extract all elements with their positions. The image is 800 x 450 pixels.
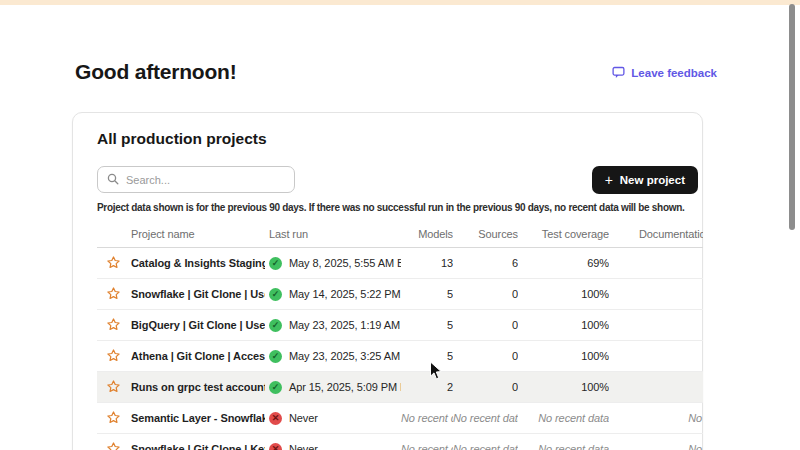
last-run-text: Never [289,412,318,424]
table-row[interactable]: Snowflake | Git Clone | Use... ✓ May 14,… [97,279,703,310]
projects-table-viewport: Project name Last run Models Sources Tes… [97,221,703,450]
production-projects-card: All production projects + New project Pr… [72,112,703,450]
run-success-icon: ✓ [269,350,282,363]
projects-table: Project name Last run Models Sources Tes… [97,221,703,450]
favorite-star-icon[interactable] [105,316,121,332]
favorite-star-icon[interactable] [105,409,121,425]
sources-cell: 0 [453,372,518,403]
last-run-text: May 14, 2025, 5:22 PM BST [289,288,401,300]
test-coverage-cell: 100% [518,310,609,341]
project-search[interactable] [97,166,295,193]
header-doc-coverage[interactable]: Documentation coverage [609,221,703,248]
doc-coverage-cell [609,372,703,403]
search-input[interactable] [126,174,285,186]
table-row[interactable]: Catalog & Insights Staging... ✓ May 8, 2… [97,248,703,279]
last-run-text: May 23, 2025, 3:25 AM BST [289,350,401,362]
table-row[interactable]: Athena | Git Clone | Acces... ✓ May 23, … [97,341,703,372]
favorite-star-icon[interactable] [105,254,121,270]
feedback-label: Leave feedback [631,67,717,79]
favorite-star-icon[interactable] [105,440,121,450]
test-coverage-cell: No recent data [518,403,609,434]
run-success-icon: ✓ [269,381,282,394]
new-project-button[interactable]: + New project [592,166,698,194]
header-last-run[interactable]: Last run [265,221,401,248]
header-test-coverage[interactable]: Test coverage [518,221,609,248]
models-cell: 5 [401,341,453,372]
page-scrollbar-thumb[interactable] [789,4,795,230]
doc-coverage-cell: No recent data [609,434,703,450]
project-name-link[interactable]: Semantic Layer - Snowflake [131,412,265,424]
test-coverage-cell: 100% [518,279,609,310]
models-cell: 5 [401,310,453,341]
leave-feedback-link[interactable]: Leave feedback [612,66,717,79]
models-cell: No recent data [401,403,453,434]
projects-table-body: Catalog & Insights Staging... ✓ May 8, 2… [97,248,703,450]
search-icon [107,171,119,189]
doc-coverage-cell: No recent data [609,403,703,434]
sources-cell: No recent data [453,434,518,450]
sources-cell: 0 [453,341,518,372]
test-coverage-cell: 100% [518,372,609,403]
header-star [97,221,131,248]
doc-coverage-cell [609,248,703,279]
table-header-row: Project name Last run Models Sources Tes… [97,221,703,248]
doc-coverage-cell [609,310,703,341]
project-name-link[interactable]: Snowflake | Git Clone | Key... [131,443,265,450]
test-coverage-cell: 100% [518,341,609,372]
project-name-link[interactable]: BigQuery | Git Clone | User... [131,319,265,331]
top-accent-bar [0,0,800,5]
last-run-text: Never [289,443,318,450]
models-cell: 5 [401,279,453,310]
test-coverage-cell: 69% [518,248,609,279]
sources-cell: 6 [453,248,518,279]
table-row[interactable]: BigQuery | Git Clone | User... ✓ May 23,… [97,310,703,341]
data-range-disclaimer: Project data shown is for the previous 9… [97,202,704,213]
favorite-star-icon[interactable] [105,378,121,394]
sources-cell: 0 [453,279,518,310]
models-cell: No recent data [401,434,453,450]
last-run-text: May 23, 2025, 1:19 AM BST [289,319,401,331]
table-row[interactable]: Runs on grpc test account ✓ Apr 15, 2025… [97,372,703,403]
table-row[interactable]: Snowflake | Git Clone | Key... ✕ Never N… [97,434,703,450]
last-run-text: May 8, 2025, 5:55 AM BST [289,257,401,269]
project-name-link[interactable]: Catalog & Insights Staging... [131,257,265,269]
run-error-icon: ✕ [269,412,282,425]
run-success-icon: ✓ [269,319,282,332]
project-name-link[interactable]: Snowflake | Git Clone | Use... [131,288,265,300]
sources-cell: No recent data [453,403,518,434]
test-coverage-cell: No recent data [518,434,609,450]
doc-coverage-cell [609,341,703,372]
card-title: All production projects [97,130,267,148]
favorite-star-icon[interactable] [105,285,121,301]
sources-cell: 0 [453,310,518,341]
new-project-label: New project [620,174,685,186]
run-error-icon: ✕ [269,443,282,450]
last-run-text: Apr 15, 2025, 5:09 PM BST [289,381,401,393]
feedback-bubble-icon [612,66,625,79]
favorite-star-icon[interactable] [105,347,121,363]
header-sources[interactable]: Sources [453,221,518,248]
models-cell: 13 [401,248,453,279]
plus-icon: + [605,173,613,187]
table-row[interactable]: Semantic Layer - Snowflake ✕ Never No re… [97,403,703,434]
models-cell: 2 [401,372,453,403]
page-greeting: Good afternoon! [75,60,236,84]
header-project-name[interactable]: Project name [131,221,265,248]
project-name-link[interactable]: Athena | Git Clone | Acces... [131,350,265,362]
header-models[interactable]: Models [401,221,453,248]
run-success-icon: ✓ [269,288,282,301]
doc-coverage-cell [609,279,703,310]
run-success-icon: ✓ [269,257,282,270]
project-name-link[interactable]: Runs on grpc test account [131,381,265,393]
